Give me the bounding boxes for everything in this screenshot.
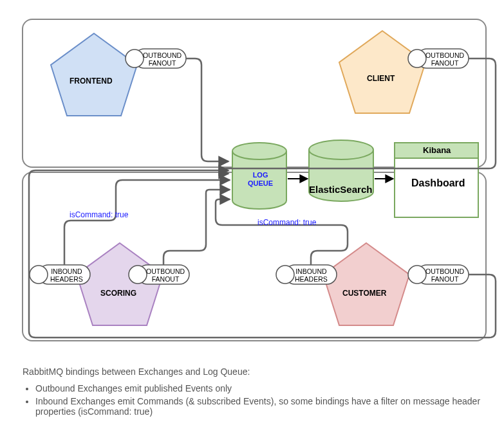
- client-out-label: OUTBOUND FANOUT: [425, 51, 464, 67]
- svg-point-11: [30, 266, 48, 284]
- customer-label: CUSTOMER: [342, 289, 386, 298]
- dashboard-label: Dashboard: [411, 177, 465, 189]
- edge-frontend-out: [186, 59, 229, 161]
- svg-point-9: [408, 50, 426, 68]
- footer-text: RabbitMQ bindings between Exchanges and …: [23, 366, 504, 419]
- customer-out-label: OUTBOUND FANOUT: [425, 267, 464, 283]
- kibana-label: Kibana: [423, 146, 451, 156]
- svg-point-13: [129, 266, 147, 284]
- edge-scoring-in: [64, 180, 230, 265]
- frontend-label: FRONTEND: [70, 77, 113, 86]
- elastic-label: ElasticSearch: [309, 184, 372, 195]
- scoring-out-label: OUTBOUND FANOUT: [146, 267, 185, 283]
- client-node: [339, 31, 425, 113]
- footer-title: RabbitMQ bindings between Exchanges and …: [23, 366, 504, 377]
- client-label: CLIENT: [367, 75, 395, 84]
- footer-bullet-1: Inbound Exchanges emit Commands (& subsc…: [35, 396, 504, 417]
- svg-marker-2: [51, 33, 137, 116]
- svg-marker-5: [323, 243, 409, 325]
- scoring-filter-label: isCommand: true: [70, 211, 128, 220]
- frontend-out-label: OUTBOUND FANOUT: [143, 51, 182, 67]
- edge-scoring-out: [163, 190, 230, 265]
- customer-in-label: INBOUND HEADERS: [295, 267, 328, 283]
- svg-point-7: [126, 50, 144, 68]
- svg-point-22: [232, 143, 286, 159]
- svg-point-27: [309, 140, 373, 159]
- customer-node: [323, 243, 409, 325]
- scoring-label: SCORING: [100, 289, 136, 298]
- svg-point-15: [276, 266, 294, 284]
- logqueue-label: LOG QUEUE: [248, 171, 273, 187]
- frontend-node: [51, 33, 137, 116]
- customer-filter-label: isCommand: true: [257, 219, 316, 228]
- svg-marker-3: [339, 31, 425, 113]
- scoring-in-label: INBOUND HEADERS: [50, 267, 83, 283]
- edge-customer-in: [216, 199, 348, 265]
- svg-point-17: [408, 266, 426, 284]
- footer-bullet-0: Outbound Exchanges emit published Events…: [35, 383, 504, 393]
